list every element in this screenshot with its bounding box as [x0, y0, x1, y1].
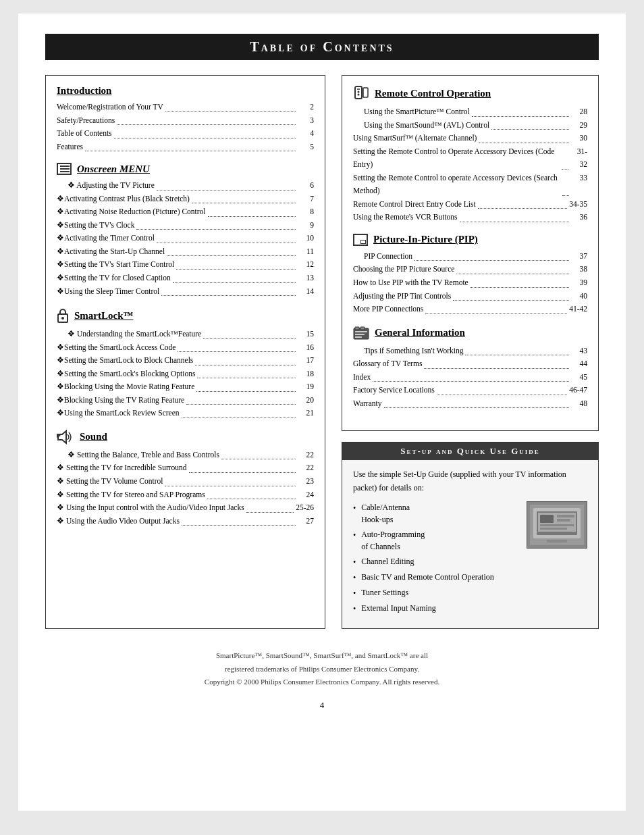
svg-rect-11: [360, 327, 365, 330]
list-item: ❖Activating Noise Reduction (Picture) Co…: [57, 205, 314, 219]
page-title: Table of Contents: [45, 34, 599, 60]
setup-guide-body: Use the simple Set-Up Guide (supplied wi…: [353, 468, 587, 617]
setup-guide-thumbnail: [527, 501, 587, 549]
page: Table of Contents Introduction Welcome/R…: [18, 14, 626, 811]
list-item: Glossary of TV Terms 44: [353, 357, 587, 371]
section-remote-control: Remote Control Operation Using the Smart…: [353, 85, 587, 224]
remote-control-title: Remote Control Operation: [375, 88, 491, 99]
svg-point-8: [358, 94, 360, 96]
left-column: Introduction Welcome/Registration of You…: [45, 75, 325, 629]
list-item: • Channel Editing: [353, 555, 520, 568]
list-item: ❖ Setting the Balance, Treble and Bass C…: [57, 449, 314, 462]
section-general: General Information Tips if Something Is…: [353, 326, 587, 411]
list-item: ❖Blocking Using the Movie Rating Feature…: [57, 380, 314, 394]
list-item: ❖ Setting the TV for Incredible Surround…: [57, 461, 314, 475]
list-item: Welcome/Registration of Your TV 2: [57, 101, 314, 114]
list-item: ❖ Using the Audio Video Output Jacks 27: [57, 515, 314, 528]
list-item: Index 45: [353, 371, 587, 384]
list-item: ❖Activating the Start-Up Channel 11: [57, 245, 314, 259]
svg-rect-21: [557, 519, 570, 522]
remote-icon: [353, 85, 369, 101]
svg-rect-22: [540, 524, 574, 526]
list-item: ❖Activating Contrast Plus (Black Stretch…: [57, 193, 314, 206]
pip-icon: [353, 234, 368, 246]
list-item: ❖Setting the TV's Start Time Control 12: [57, 258, 314, 272]
general-title: General Information: [375, 327, 465, 338]
right-top-section: Remote Control Operation Using the Smart…: [342, 75, 599, 431]
sound-icon: ▶: [57, 430, 74, 445]
list-item: Tips if Something Isn't Working 43: [353, 345, 587, 358]
thumbnail-image: [530, 505, 584, 545]
svg-point-1: [61, 317, 64, 320]
list-item: Adjusting the PIP Tint Controls 40: [353, 290, 587, 303]
list-item: Setting the Remote Control to Operate Ac…: [353, 145, 587, 172]
bullets-list: • Cable/AntennaHook-ups • Auto-Programmi…: [353, 501, 520, 617]
list-item: • External Input Naming: [353, 602, 520, 615]
section-pip: Picture-In-Picture (PIP) PIP Connection …: [353, 234, 587, 316]
pip-title: Picture-In-Picture (PIP): [373, 234, 478, 245]
svg-point-7: [358, 91, 360, 93]
onscreen-menu-header: Onscreen MENU: [57, 163, 314, 175]
list-item: ❖Setting the SmartLock to Block Channels…: [57, 354, 314, 368]
list-item: • Cable/AntennaHook-ups: [353, 501, 520, 526]
list-item: ❖ Using the Input control with the Audio…: [57, 501, 314, 515]
smartlock-header: SmartLock™: [57, 307, 314, 324]
list-item: ❖ Adjusting the TV Picture 6: [57, 179, 314, 193]
smartlock-title: SmartLock™: [74, 310, 134, 322]
list-item: Using the SmartPicture™ Control 28: [353, 105, 587, 119]
svg-text:▶: ▶: [57, 432, 61, 438]
section-onscreen-menu: Onscreen MENU ❖ Adjusting the TV Picture…: [57, 163, 314, 298]
lock-icon: [57, 307, 69, 324]
menu-icon: [57, 163, 72, 175]
list-item: ❖ Setting the TV Volume Control 23: [57, 475, 314, 488]
footer-line1: SmartPicture™, SmartSound™, SmartSurf™, …: [45, 649, 599, 663]
footer-line3: Copyright © 2000 Philips Consumer Electr…: [45, 676, 599, 689]
page-number: 4: [45, 700, 599, 711]
list-item: Table of Contents 4: [57, 127, 314, 141]
list-item: Factory Service Locations 46-47: [353, 384, 587, 397]
list-item: Setting the Remote Control to operate Ac…: [353, 172, 587, 198]
list-item: • Basic TV and Remote Control Operation: [353, 571, 520, 584]
list-item: ❖Setting the SmartLock's Blocking Option…: [57, 368, 314, 381]
list-item: ❖Setting the TV's Clock 9: [57, 219, 314, 232]
introduction-header: Introduction: [57, 85, 314, 97]
section-sound: ▶ Sound ❖ Setting the Balance, Treble an…: [57, 430, 314, 528]
onscreen-menu-title: Onscreen MENU: [77, 163, 150, 175]
sound-header: ▶ Sound: [57, 430, 314, 445]
list-item: Using the Remote's VCR Buttons 36: [353, 211, 587, 224]
pip-header: Picture-In-Picture (PIP): [353, 234, 587, 246]
list-item: Choosing the PIP Picture Source 38: [353, 263, 587, 276]
svg-rect-5: [363, 88, 368, 97]
footer-line2: registered trademarks of Philips Consume…: [45, 663, 599, 676]
list-item: Using SmartSurf™ (Alternate Channel) 30: [353, 132, 587, 145]
sound-title: Sound: [80, 431, 107, 442]
list-item: ❖Using the Sleep Timer Control 14: [57, 285, 314, 299]
list-item: ❖Setting the SmartLock Access Code 16: [57, 341, 314, 355]
svg-rect-12: [355, 331, 367, 332]
list-item: Warranty 48: [353, 397, 587, 411]
svg-rect-23: [540, 528, 567, 530]
list-item: • Auto-Programmingof Channels: [353, 528, 520, 553]
list-item: ❖Activating the Timer Control 10: [57, 232, 314, 245]
svg-rect-10: [355, 327, 359, 330]
setup-bullets-container: • Cable/AntennaHook-ups • Auto-Programmi…: [353, 501, 587, 617]
svg-rect-20: [557, 515, 574, 517]
list-item: ❖Using the SmartLock Review Screen 21: [57, 407, 314, 420]
section-introduction: Introduction Welcome/Registration of You…: [57, 85, 314, 153]
list-item: Using the SmartSound™ (AVL) Control 29: [353, 119, 587, 132]
section-smartlock: SmartLock™ ❖ Understanding the SmartLock…: [57, 307, 314, 420]
list-item: ❖ Understanding the SmartLock™Feature 15: [57, 328, 314, 341]
svg-rect-24: [547, 540, 567, 542]
setup-guide-intro: Use the simple Set-Up Guide (supplied wi…: [353, 468, 587, 494]
svg-rect-13: [355, 334, 365, 335]
svg-rect-14: [355, 336, 362, 338]
list-item: Remote Control Direct Entry Code List 34…: [353, 198, 587, 211]
list-item: ❖Setting the TV for Closed Caption 13: [57, 272, 314, 285]
setup-guide-section: Set-up and Quick Use Guide Use the simpl…: [342, 442, 599, 628]
list-item: Features 5: [57, 141, 314, 154]
svg-rect-19: [540, 515, 554, 523]
setup-guide-title: Set-up and Quick Use Guide: [342, 442, 598, 460]
list-item: PIP Connection 37: [353, 250, 587, 263]
remote-control-header: Remote Control Operation: [353, 85, 587, 101]
list-item: • Tuner Settings: [353, 586, 520, 599]
